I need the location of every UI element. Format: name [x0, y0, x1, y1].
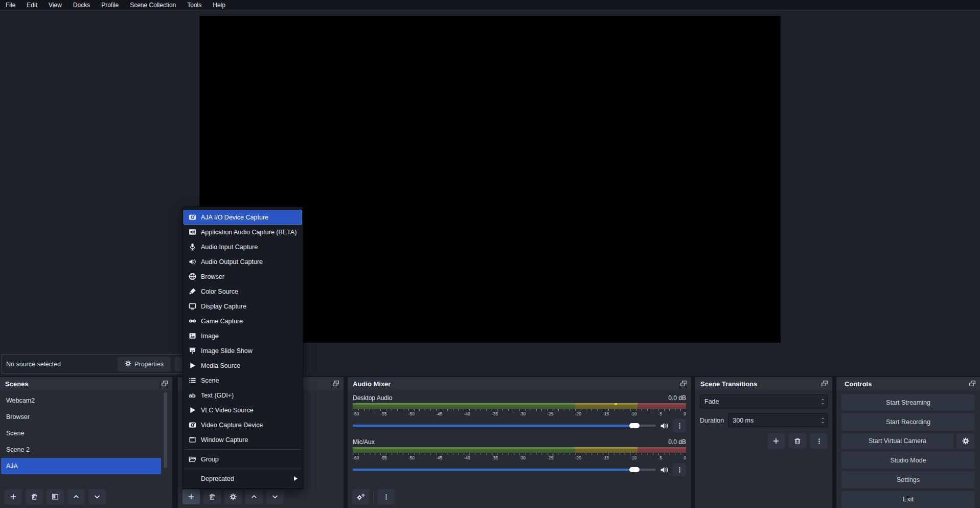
remove-source-button[interactable]: [203, 489, 221, 504]
audio-mixer-body: Desktop Audio 0.0 dB -60-55-50-45-40-35-…: [348, 390, 691, 485]
scene-item-aja-selected[interactable]: AJA: [1, 458, 161, 474]
source-properties-toolbar: No source selected Properties: [1, 354, 200, 374]
speaker-icon[interactable]: [660, 422, 669, 430]
properties-button[interactable]: Properties: [118, 357, 171, 371]
menu-item-color-source[interactable]: Color Source: [184, 284, 302, 299]
settings-button[interactable]: Settings: [841, 471, 975, 488]
menu-item-group[interactable]: Group: [184, 452, 302, 467]
scene-item-scene2[interactable]: Scene 2: [1, 441, 161, 458]
channel-options-button[interactable]: [673, 419, 686, 432]
volume-slider-handle[interactable]: [629, 467, 640, 472]
move-source-up-button[interactable]: [245, 489, 263, 504]
menu-docks[interactable]: Docks: [67, 0, 96, 10]
remove-scene-button[interactable]: [26, 489, 43, 504]
vlc-cone-icon: [188, 406, 196, 414]
exit-button[interactable]: Exit: [841, 491, 975, 508]
add-source-button[interactable]: [183, 489, 200, 504]
move-scene-up-button[interactable]: [67, 489, 85, 504]
volume-slider[interactable]: [353, 463, 656, 476]
menu-item-audio-input-capture[interactable]: Audio Input Capture: [184, 239, 302, 254]
text-icon: ab: [188, 392, 196, 399]
studio-mode-button[interactable]: Studio Mode: [841, 452, 975, 469]
scene-item-scene[interactable]: Scene: [1, 425, 161, 441]
channel-options-button[interactable]: [673, 463, 686, 476]
add-transition-button[interactable]: [767, 433, 785, 449]
menu-item-display-capture[interactable]: Display Capture: [184, 299, 302, 314]
menu-help[interactable]: Help: [207, 0, 231, 10]
menu-item-application-audio-capture[interactable]: Application Audio Capture (BETA): [184, 225, 302, 239]
menu-item-video-capture-device[interactable]: Video Capture Device: [184, 417, 302, 432]
mixer-channel-mic-aux: Mic/Aux 0.0 dB -60-55-50-45-40-35-30-25-…: [353, 438, 686, 476]
menu-item-image[interactable]: Image: [184, 328, 302, 343]
advanced-audio-properties-button[interactable]: [352, 489, 370, 504]
menu-item-image-slide-show[interactable]: Image Slide Show: [184, 343, 302, 358]
popout-icon[interactable]: [161, 380, 168, 387]
popout-icon[interactable]: [332, 380, 339, 387]
scene-transitions-body: Fade Duration 300 ms: [695, 390, 832, 508]
menu-view[interactable]: View: [43, 0, 67, 10]
menu-item-aja-io-device-capture[interactable]: AJA I/O Device Capture: [184, 210, 302, 225]
move-source-down-button[interactable]: [266, 489, 284, 504]
remove-transition-button[interactable]: [789, 433, 806, 449]
popout-icon[interactable]: [821, 380, 828, 387]
duration-stepper[interactable]: [818, 417, 827, 424]
start-streaming-button[interactable]: Start Streaming: [841, 394, 975, 411]
window-icon: [188, 436, 196, 444]
virtual-camera-settings-button[interactable]: [956, 433, 975, 449]
menu-tools[interactable]: Tools: [181, 0, 207, 10]
scenes-panel-header: Scenes: [0, 377, 172, 390]
camera-icon: [188, 213, 196, 221]
volume-meter: [353, 447, 686, 453]
move-scene-down-button[interactable]: [88, 489, 106, 504]
scene-filters-button[interactable]: [47, 489, 64, 504]
duration-label: Duration: [700, 417, 724, 424]
menu-item-game-capture[interactable]: Game Capture: [184, 314, 302, 328]
start-recording-button[interactable]: Start Recording: [841, 413, 975, 430]
menu-scene-collection[interactable]: Scene Collection: [124, 0, 181, 10]
scene-item-webcam2[interactable]: Webcam2: [1, 392, 161, 409]
start-virtual-camera-button[interactable]: Start Virtual Camera: [841, 433, 953, 449]
scenes-scrollbar[interactable]: [164, 392, 167, 468]
menu-item-deprecated[interactable]: Deprecated: [184, 471, 302, 486]
channel-name: Desktop Audio: [353, 394, 392, 402]
controls-title: Controls: [845, 380, 969, 388]
menu-item-scene[interactable]: Scene: [184, 373, 302, 388]
audio-mixer-panel: Audio Mixer Desktop Audio 0.0 dB -60-55-…: [348, 377, 691, 508]
menu-item-browser[interactable]: Browser: [184, 269, 302, 284]
meter-scale: -60-55-50-45-40-35-30-25-20-15-10-50: [353, 411, 686, 416]
play-icon: [188, 362, 196, 369]
transition-select[interactable]: Fade: [700, 394, 828, 408]
speaker-icon[interactable]: [660, 466, 669, 474]
menu-edit[interactable]: Edit: [21, 0, 43, 10]
controls-panel: Controls Start Streaming Start Recording…: [836, 377, 980, 508]
scene-item-browser[interactable]: Browser: [1, 409, 161, 425]
popout-icon[interactable]: [969, 380, 976, 387]
scenes-toolbar: [0, 485, 172, 508]
add-scene-button[interactable]: [5, 489, 22, 504]
duration-input[interactable]: 300 ms: [728, 413, 828, 427]
popout-icon[interactable]: [680, 380, 687, 387]
peak-indicator: [614, 403, 617, 405]
toolbar-divider: [373, 491, 374, 503]
volume-slider-handle[interactable]: [629, 423, 640, 428]
menu-profile[interactable]: Profile: [96, 0, 124, 10]
no-source-status: No source selected: [6, 361, 118, 368]
select-arrows[interactable]: [818, 398, 827, 405]
menu-separator: [185, 449, 301, 450]
menu-item-window-capture[interactable]: Window Capture: [184, 432, 302, 447]
menu-file[interactable]: File: [0, 0, 21, 10]
gear-icon: [125, 360, 131, 368]
properties-label: Properties: [134, 361, 164, 368]
menu-item-media-source[interactable]: Media Source: [184, 358, 302, 373]
scenes-list: Webcam2 Browser Scene Scene 2 AJA: [0, 390, 172, 485]
source-properties-toolbutton[interactable]: [224, 489, 242, 504]
menu-bar: File Edit View Docks Profile Scene Colle…: [0, 0, 980, 10]
mixer-options-button[interactable]: [377, 489, 395, 504]
transition-options-button[interactable]: [810, 433, 828, 449]
menu-item-text-gdi[interactable]: ab Text (GDI+): [184, 388, 302, 403]
volume-slider[interactable]: [353, 419, 656, 432]
scenes-panel: Scenes Webcam2 Browser Scene Scene 2 AJA: [0, 377, 172, 508]
video-camera-icon: [188, 421, 196, 429]
menu-item-audio-output-capture[interactable]: Audio Output Capture: [184, 254, 302, 269]
menu-item-vlc-video-source[interactable]: VLC Video Source: [184, 403, 302, 417]
